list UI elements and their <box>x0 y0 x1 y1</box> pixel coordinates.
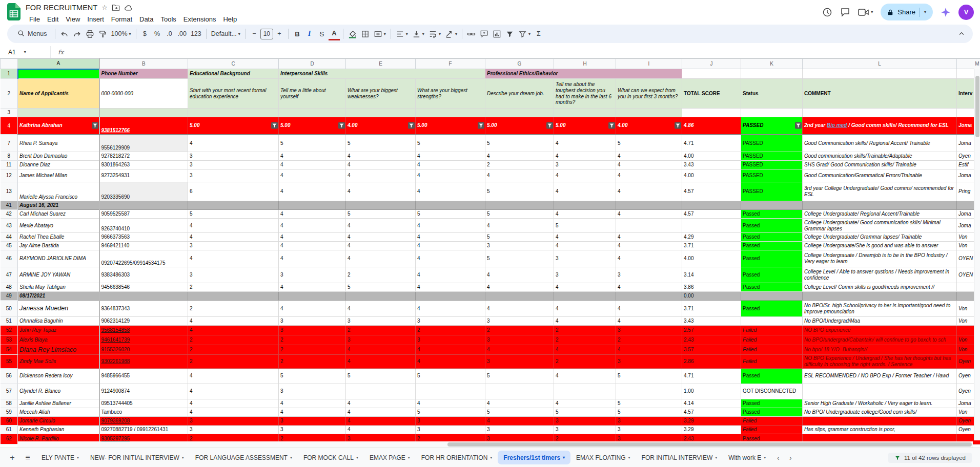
cell-H42[interactable]: 4 <box>554 210 616 219</box>
cell-J4[interactable]: 4.86 <box>682 117 741 135</box>
italic-button[interactable]: I <box>303 27 316 40</box>
horizontal-align-button[interactable]: ▾ <box>394 27 410 40</box>
sheet-tab-for-initial-interview[interactable]: FOR INITIAL INTERVIEW▾ <box>636 451 723 464</box>
cell-H44[interactable]: 4 <box>554 233 616 242</box>
cell-A58[interactable]: Janille Ashlee Ballener <box>18 399 99 408</box>
cell-B50[interactable]: 9364837343 <box>99 301 188 317</box>
cell-J42[interactable]: 4.57 <box>682 210 741 219</box>
cell-G4[interactable]: 5.00 <box>485 117 554 135</box>
cell-B48[interactable]: 9456638546 <box>99 283 188 292</box>
cell-C56[interactable]: 4 <box>188 368 279 384</box>
cell-J3[interactable] <box>682 109 741 117</box>
cell-L8[interactable]: Good communication skills/Trainable/Adap… <box>803 152 957 161</box>
cell-C47[interactable]: 3 <box>188 267 279 283</box>
cell-C53[interactable]: 2 <box>188 335 279 345</box>
tab-scroll-left[interactable]: ‹ <box>772 454 784 462</box>
cell-J44[interactable]: 4.29 <box>682 233 741 242</box>
cell-F44[interactable]: 4 <box>416 233 485 242</box>
cell-A51[interactable]: Ohnnalisa Baguhin <box>18 317 99 326</box>
cell-A45[interactable]: Jay Aime Bastida <box>18 242 99 250</box>
cell-G3[interactable] <box>485 109 554 117</box>
cell-B55[interactable]: 9302261988 <box>99 355 188 369</box>
cell-I11[interactable]: 4 <box>616 161 682 169</box>
cell-F7[interactable]: 5 <box>416 135 485 152</box>
cell-J46[interactable]: 4.00 <box>682 250 741 267</box>
row-header-52[interactable]: 52 <box>1 326 18 335</box>
cell-K2[interactable]: Status <box>741 79 803 109</box>
column-header-G[interactable]: G <box>485 59 554 69</box>
cell-E7[interactable]: 5 <box>346 135 416 152</box>
cell-C45[interactable]: 3 <box>188 242 279 250</box>
cell-J45[interactable]: 3.71 <box>682 242 741 250</box>
row-header-47[interactable]: 47 <box>1 267 18 283</box>
cell-G60[interactable]: 4 <box>485 416 554 425</box>
cell-K8[interactable]: PASSED <box>741 152 803 161</box>
cell-F13[interactable]: 4 <box>416 182 485 201</box>
cell-E2[interactable]: What are your biggest weaknesses? <box>346 79 416 109</box>
row-header-49[interactable]: 49 <box>1 292 18 301</box>
cell-D57[interactable]: 3 <box>279 384 346 399</box>
cell-F60[interactable]: 3 <box>416 416 485 425</box>
cell-I54[interactable]: 4 <box>616 345 682 355</box>
cell-J8[interactable]: 4.00 <box>682 152 741 161</box>
menu-insert[interactable]: Insert <box>84 15 108 24</box>
cell-K51[interactable] <box>741 317 803 326</box>
row-header-42[interactable]: 42 <box>1 210 18 219</box>
cell-I41[interactable] <box>616 201 682 210</box>
cell-D13[interactable]: 4 <box>279 182 346 201</box>
cell-A44[interactable]: Rachel Thea Eballe <box>18 233 99 242</box>
cell-C58[interactable]: 4 <box>188 399 279 408</box>
cell-F3[interactable] <box>416 109 485 117</box>
cell-B61[interactable]: 09270882719 / 09912261431 <box>99 425 188 434</box>
cell-J7[interactable]: 4.71 <box>682 135 741 152</box>
cell-K41[interactable] <box>741 201 803 210</box>
cell-J58[interactable]: 4.14 <box>682 399 741 408</box>
cell-E59[interactable]: 4 <box>346 408 416 416</box>
cell-H13[interactable]: 4 <box>554 182 616 201</box>
comments-icon[interactable] <box>840 7 850 17</box>
cell-D53[interactable]: 2 <box>279 335 346 345</box>
cell-H7[interactable]: 4 <box>554 135 616 152</box>
cell-H45[interactable]: 4 <box>554 242 616 250</box>
cell-L1[interactable] <box>803 69 957 79</box>
text-rotation-button[interactable]: ▾ <box>443 27 459 40</box>
font-size-input[interactable]: 10 <box>260 29 273 39</box>
cell-F55[interactable]: 4 <box>416 355 485 369</box>
comment-link[interactable]: Bio med <box>827 122 847 128</box>
filter-button-icon[interactable] <box>338 122 345 129</box>
cell-H51[interactable]: 4 <box>554 317 616 326</box>
cell-J41[interactable] <box>682 201 741 210</box>
cell-L3[interactable] <box>803 109 957 117</box>
cell-J61[interactable]: 3.29 <box>682 425 741 434</box>
cell-D46[interactable]: 4 <box>279 250 346 267</box>
cell-I61[interactable]: 3 <box>616 425 682 434</box>
gemini-sparkle-icon[interactable] <box>941 7 951 17</box>
functions-button[interactable]: Σ <box>533 27 545 40</box>
horizontal-scrollbar-thumb[interactable] <box>447 442 972 447</box>
cell-B60[interactable]: 9079369208 <box>99 416 188 425</box>
cell-K60[interactable]: Failed <box>741 416 803 425</box>
cell-C51[interactable]: 4 <box>188 317 279 326</box>
cell-K1[interactable] <box>741 69 803 79</box>
cell-G13[interactable]: 5 <box>485 182 554 201</box>
cell-C55[interactable]: 2 <box>188 355 279 369</box>
cell-A3[interactable] <box>18 109 99 117</box>
column-header-C[interactable]: C <box>188 59 279 69</box>
fill-color-button[interactable] <box>346 27 359 40</box>
cell-J48[interactable]: 3.86 <box>682 283 741 292</box>
redo-button[interactable] <box>71 27 84 40</box>
chevron-down-icon[interactable]: ▾ <box>764 455 766 460</box>
cell-I49[interactable] <box>616 292 682 301</box>
cell-J52[interactable]: 2.57 <box>682 326 741 335</box>
cell-C59[interactable]: 4 <box>188 408 279 416</box>
row-header-41[interactable]: 41 <box>1 201 18 210</box>
cell-F47[interactable]: 4 <box>416 267 485 283</box>
cell-L41[interactable] <box>803 201 957 210</box>
font-dropdown[interactable]: Default... ▾ <box>209 27 242 40</box>
cell-B44[interactable]: 9666373563 <box>99 233 188 242</box>
cell-K46[interactable]: Passed <box>741 250 803 267</box>
paint-format-button[interactable] <box>96 27 109 40</box>
row-header-46[interactable]: 46 <box>1 250 18 267</box>
cell-D49[interactable] <box>279 292 346 301</box>
cell-F52[interactable]: 2 <box>416 326 485 335</box>
